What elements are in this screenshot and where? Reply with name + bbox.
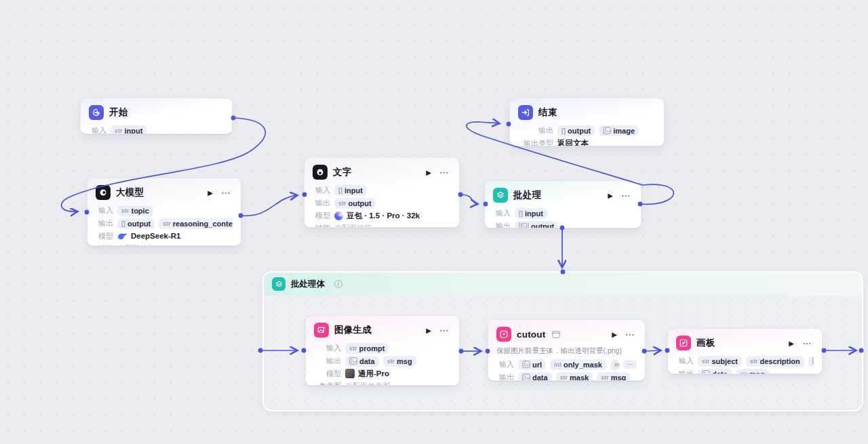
io-row: 输出 output: [485, 220, 641, 228]
node-start[interactable]: 开始 输入 strinput: [80, 98, 233, 134]
model-name: DeepSeek-R1: [131, 232, 181, 240]
skill-value: 未配置技能: [334, 223, 372, 228]
image-type-icon: [349, 357, 357, 365]
param-tag[interactable]: url: [518, 359, 546, 370]
row-label: 输出: [96, 218, 113, 228]
skill-row: 技能 未配置技能: [304, 222, 459, 228]
param-tag[interactable]: strtopic: [117, 205, 153, 216]
edge-text-to-batch: [460, 195, 477, 204]
model-row: 模型 豆包 · 1.5 · Pro · 32k: [304, 209, 459, 222]
node-title: 图像生成: [334, 324, 372, 336]
more-params-button[interactable]: ⋯: [623, 360, 637, 369]
batch-body-title: 批处理体: [291, 279, 325, 290]
run-button[interactable]: ▶: [610, 331, 618, 338]
io-row: 输出 []output strreasoning_content: [87, 217, 241, 230]
param-tag[interactable]: strmsg: [597, 372, 630, 382]
node-title: 开始: [109, 106, 127, 119]
row-label: 输入: [313, 185, 330, 195]
param-tag[interactable]: intonly_mask: [550, 359, 606, 370]
model-row: 模型 通用-Pro: [306, 367, 459, 380]
batch-body-header[interactable]: 批处理体 i: [264, 273, 862, 296]
node-title: 批处理: [513, 189, 541, 201]
io-row: 输入 strprompt: [306, 342, 459, 355]
node-text[interactable]: 文字 ▶ ⋯ 输入 []input 输出 stroutput 模型 豆包 · 1…: [304, 157, 460, 228]
reference-value: 未配置参考图: [345, 381, 390, 386]
start-icon: [89, 105, 104, 120]
param-tag[interactable]: []output: [557, 125, 595, 136]
model-name: 通用-Pro: [358, 369, 389, 379]
node-cutout[interactable]: cutout ▶ ⋯ 保留图片前景主体，输出透明背景(.png) 输入 url …: [488, 319, 646, 381]
row-label: 输出: [518, 125, 553, 136]
node-title: 文字: [333, 166, 351, 178]
setting-row: 输出类型 返回文本: [510, 137, 664, 146]
param-tag[interactable]: intoutput_mode: [610, 359, 619, 370]
param-tag[interactable]: data: [345, 356, 379, 367]
skill-row: 技能 未配置技能: [87, 242, 241, 246]
more-button[interactable]: ⋯: [438, 325, 451, 336]
model-row: 模型 DeepSeek-R1: [87, 230, 241, 242]
image-type-icon: [522, 374, 530, 381]
run-button[interactable]: ▶: [606, 192, 614, 199]
run-button[interactable]: ▶: [425, 169, 433, 176]
imagegen-icon: [314, 323, 329, 338]
param-tag[interactable]: strprompt: [345, 343, 389, 354]
param-tag[interactable]: strreasoning_content: [159, 218, 233, 229]
io-row: 输出 []output image: [510, 124, 664, 137]
image-type-icon: [702, 370, 710, 374]
llm-icon: [96, 185, 111, 200]
row-label: 模型: [314, 369, 341, 379]
run-button[interactable]: ▶: [206, 189, 214, 197]
edge-llm-to-text: [241, 195, 297, 216]
io-row: 输入 []input: [485, 207, 641, 220]
deepseek-icon: [117, 233, 127, 240]
node-title: 画板: [696, 337, 715, 349]
param-tag[interactable]: strinput: [111, 125, 146, 135]
row-label: 参考图: [314, 381, 341, 386]
row-label: 模型: [313, 211, 330, 221]
param-tag[interactable]: strmsg: [736, 369, 769, 375]
param-tag[interactable]: strsubject: [698, 356, 742, 367]
io-row: 输入 url intonly_mask intoutput_mode ⋯: [488, 358, 645, 371]
param-tag[interactable]: data: [518, 372, 552, 382]
param-tag[interactable]: stroutput: [334, 198, 376, 209]
more-button[interactable]: ⋯: [438, 167, 451, 178]
param-tag[interactable]: image: [808, 356, 814, 367]
io-row: 输出 data strmask strmsg: [488, 371, 645, 381]
cutout-icon: [496, 327, 511, 342]
text-node-icon: [313, 165, 328, 180]
param-tag[interactable]: output: [515, 221, 558, 229]
node-title: cutout: [517, 329, 545, 340]
skill-value: 未配置技能: [117, 243, 155, 247]
param-tag[interactable]: []input: [334, 185, 367, 196]
more-button[interactable]: ⋯: [624, 329, 637, 340]
node-batch[interactable]: 批处理 ▶ ⋯ 输入 []input 输出 output: [484, 180, 642, 228]
param-tag[interactable]: data: [698, 369, 732, 375]
board-icon: [676, 336, 691, 350]
node-llm[interactable]: 大模型 ▶ ⋯ 输入 strtopic 输出 []output strreaso…: [87, 178, 241, 246]
more-button[interactable]: ⋯: [801, 338, 814, 348]
image-type-icon: [812, 357, 814, 365]
param-tag[interactable]: strdescription: [746, 356, 804, 367]
run-button[interactable]: ▶: [425, 327, 433, 334]
param-tag[interactable]: image: [599, 125, 639, 136]
node-imagegen[interactable]: 图像生成 ▶ ⋯ 输入 strprompt 输出 data strmsg 模型 …: [305, 315, 460, 386]
image-type-icon: [522, 361, 530, 368]
param-tag[interactable]: strmask: [556, 372, 593, 382]
row-label: 输出: [496, 372, 514, 381]
info-icon[interactable]: i: [334, 280, 342, 288]
batch-icon: [493, 188, 508, 203]
plugin-badge-icon: [552, 331, 560, 338]
param-tag[interactable]: strmsg: [383, 356, 416, 367]
workflow-canvas[interactable]: 批处理体 i 开始 输入 strinput 结束 输出: [0, 0, 868, 444]
row-label: 输入: [493, 208, 511, 218]
more-button[interactable]: ⋯: [220, 187, 233, 198]
run-button[interactable]: ▶: [787, 340, 795, 347]
node-title: 大模型: [116, 186, 144, 199]
param-tag[interactable]: []input: [515, 208, 547, 219]
io-row: 输出 data strmsg: [306, 355, 459, 367]
more-button[interactable]: ⋯: [620, 190, 633, 201]
param-tag[interactable]: []output: [117, 218, 155, 229]
model-thumbnail: [345, 369, 355, 378]
node-end[interactable]: 结束 输出 []output image 输出类型 返回文本: [509, 98, 665, 146]
node-board[interactable]: 画板 ▶ ⋯ 输入 strsubject strdescription imag…: [667, 328, 823, 374]
